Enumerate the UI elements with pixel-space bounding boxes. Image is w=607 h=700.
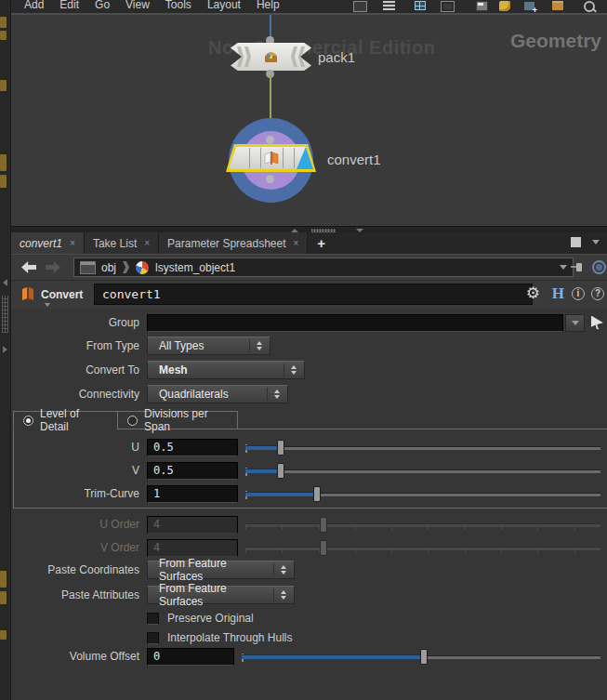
pane-tile-icon[interactable]	[441, 1, 455, 12]
menu-help[interactable]: Help	[257, 0, 280, 11]
folder-icon[interactable]	[552, 1, 566, 12]
pane-tab-bar: convert1 × Take List × Parameter Spreads…	[11, 232, 607, 254]
radio-tab-divisions-per-span[interactable]: Divisions per Span	[117, 411, 238, 429]
param-label: Paste Attributes	[11, 588, 147, 601]
shelf-tool-icon[interactable]	[0, 591, 7, 604]
group-dropdown-button[interactable]	[565, 314, 585, 332]
parameter-pane: Group From Type All Types Convert To Mes…	[11, 309, 607, 700]
breadcrumb-node[interactable]: lsystem_object1	[155, 261, 235, 274]
gear-icon[interactable]: ⚙	[526, 285, 540, 301]
node-convert1[interactable]	[229, 147, 313, 169]
node-name-field[interactable]: convert1	[94, 284, 533, 305]
volume-offset-slider[interactable]	[242, 648, 602, 665]
radio-tab-label: Level of Detail	[40, 407, 108, 433]
interpolate-through-hulls-checkbox[interactable]	[147, 632, 159, 644]
convert-to-dropdown[interactable]: Mesh	[147, 361, 305, 379]
forward-button[interactable]	[46, 261, 60, 273]
shelf-tool-icon[interactable]	[0, 571, 7, 588]
paste-attributes-dropdown[interactable]: From Feature Surfaces	[147, 586, 295, 604]
convert1-output-connector[interactable]	[266, 175, 274, 183]
pane-collapse-left-icon[interactable]	[3, 279, 7, 286]
v-input[interactable]: 0.5	[147, 462, 238, 480]
pane-expand-right-icon[interactable]	[3, 346, 7, 353]
pane-add-icon[interactable]	[523, 1, 537, 12]
v-slider[interactable]	[245, 462, 602, 479]
pane-tear-icon[interactable]	[353, 1, 367, 12]
param-label: Group	[11, 316, 147, 329]
tab-parameter-spreadsheet[interactable]: Parameter Spreadsheet ×	[159, 232, 308, 254]
u-slider[interactable]	[245, 439, 602, 456]
v-order-input: 4	[147, 539, 238, 557]
from-type-dropdown[interactable]: All Types	[147, 337, 271, 355]
param-label: Convert To	[11, 363, 147, 376]
spinner-icon	[284, 363, 302, 376]
node-pack1[interactable]	[231, 43, 311, 71]
shelf-tool-icon[interactable]	[0, 80, 7, 91]
menu-view[interactable]: View	[125, 0, 150, 11]
group-select-arrow-icon[interactable]	[591, 316, 603, 330]
spinner-icon	[249, 339, 268, 352]
tab-label: Take List	[93, 237, 137, 250]
menu-layout[interactable]: Layout	[207, 0, 241, 11]
shelf-tool-icon[interactable]	[0, 175, 7, 188]
new-tab-button[interactable]: +	[308, 232, 335, 254]
tab-close-icon[interactable]: ×	[293, 238, 298, 248]
spinner-icon	[267, 388, 285, 401]
path-dropdown-icon[interactable]	[560, 265, 567, 270]
convert1-input-connector[interactable]	[266, 136, 274, 144]
group-input[interactable]	[147, 314, 563, 332]
help-icon[interactable]: ?	[591, 287, 604, 300]
param-row-convert-to: Convert To Mesh	[11, 361, 607, 379]
trim-curve-slider[interactable]	[245, 485, 602, 502]
dropdown-value: Mesh	[159, 363, 188, 376]
pin-icon[interactable]	[571, 262, 585, 273]
menu-tools[interactable]: Tools	[165, 0, 191, 11]
desktop-grid-icon[interactable]	[415, 1, 429, 12]
breadcrumb-root[interactable]: obj	[101, 261, 116, 274]
shelf-tool-icon[interactable]	[0, 154, 7, 171]
link-target-icon[interactable]	[592, 260, 606, 274]
u-input[interactable]: 0.5	[147, 439, 238, 456]
shelf-tool-icon[interactable]	[0, 31, 7, 40]
slider-handle[interactable]	[277, 440, 284, 456]
node-type-menu-icon[interactable]	[45, 303, 50, 307]
pane-mode-icon[interactable]	[571, 237, 581, 247]
breadcrumb-separator-icon	[123, 261, 129, 273]
shelf-tool-icon[interactable]	[0, 630, 7, 640]
connectivity-dropdown[interactable]: Quadrilaterals	[147, 385, 288, 403]
search-icon[interactable]	[584, 1, 598, 12]
volume-offset-input[interactable]: 0	[147, 648, 234, 666]
back-button[interactable]	[21, 261, 36, 273]
tab-take-list[interactable]: Take List ×	[85, 232, 159, 254]
dropdown-value: All Types	[159, 339, 204, 352]
paste-coordinates-dropdown[interactable]: From Feature Surfaces	[147, 561, 295, 579]
network-editor[interactable]: Non-Commercial Edition Geometry pack1	[11, 15, 607, 226]
param-row-from-type: From Type All Types	[11, 337, 607, 355]
pane-divider-grip[interactable]	[2, 296, 8, 333]
pane-maximize-icon[interactable]	[476, 1, 490, 12]
pane-layout-icon[interactable]	[383, 1, 397, 12]
tab-close-icon[interactable]: ×	[70, 238, 75, 248]
shelf-tool-icon[interactable]	[0, 17, 7, 28]
menu-go[interactable]: Go	[95, 0, 110, 11]
trim-curve-input[interactable]: 1	[147, 485, 238, 503]
checkbox-label: Interpolate Through Hulls	[167, 631, 293, 644]
network-context-label: Geometry	[510, 30, 601, 52]
path-breadcrumb[interactable]: obj lsystem_object1	[73, 258, 574, 277]
param-label: From Type	[11, 339, 147, 352]
info-icon[interactable]: i	[572, 287, 585, 300]
tab-label: Parameter Spreadsheet	[167, 237, 285, 250]
preserve-original-checkbox[interactable]	[147, 613, 159, 625]
node-type-label[interactable]: Convert	[41, 288, 83, 301]
radio-tab-level-of-detail[interactable]: Level of Detail	[13, 411, 118, 429]
houdini-badge-icon[interactable]: H	[552, 285, 564, 301]
menu-add[interactable]: Add	[24, 0, 44, 11]
slider-handle[interactable]	[420, 649, 428, 665]
slider-handle[interactable]	[313, 486, 321, 502]
tab-convert1[interactable]: convert1 ×	[11, 232, 85, 254]
pane-menu-icon[interactable]	[592, 240, 600, 244]
sticky-note-icon[interactable]	[499, 1, 513, 12]
tab-close-icon[interactable]: ×	[144, 238, 150, 248]
slider-handle[interactable]	[277, 463, 284, 479]
menu-edit[interactable]: Edit	[59, 0, 79, 11]
